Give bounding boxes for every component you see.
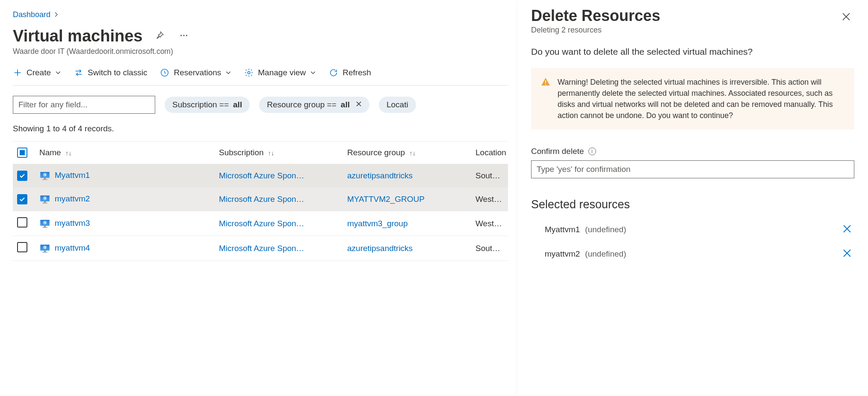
panel-close-button[interactable] — [838, 9, 854, 26]
tenant-subtitle: Waarde door IT (Waardedoorit.onmicrosoft… — [13, 47, 508, 56]
location-cell: West Europ — [471, 188, 508, 211]
info-icon[interactable]: i — [588, 148, 596, 155]
svg-point-1 — [183, 35, 185, 36]
col-location[interactable]: Location↑ — [471, 142, 508, 164]
breadcrumb-dashboard[interactable]: Dashboard — [13, 10, 50, 19]
pill-value: all — [233, 100, 242, 109]
confirm-input[interactable] — [531, 160, 854, 178]
command-bar: Create Switch to classic Reservations — [13, 65, 508, 86]
resource-group-link[interactable]: azuretipsandtricks — [347, 171, 413, 180]
filter-pill-location[interactable]: Locati — [379, 97, 416, 113]
reservations-label: Reservations — [174, 68, 221, 77]
reservations-button[interactable]: Reservations — [160, 68, 231, 77]
vm-icon — [39, 194, 55, 203]
close-icon — [841, 12, 851, 21]
chevron-down-icon — [310, 70, 316, 76]
warning-icon — [540, 77, 551, 121]
selected-resource-name: myattvm2 — [545, 249, 580, 259]
vm-icon — [39, 171, 55, 180]
resource-group-link[interactable]: MYATTVM2_GROUP — [347, 195, 425, 204]
vm-icon — [39, 243, 55, 252]
row-checkbox[interactable] — [17, 217, 27, 228]
col-resource-group[interactable]: Resource group↑↓ — [343, 142, 471, 164]
remove-selected-button[interactable] — [841, 247, 853, 261]
col-loc-label: Location — [475, 148, 506, 157]
pill-label: Locati — [387, 100, 408, 109]
subscription-link[interactable]: Microsoft Azure Spon… — [219, 219, 304, 228]
selected-resource-name: Myattvm1 — [545, 225, 580, 234]
subscription-link[interactable]: Microsoft Azure Spon… — [219, 171, 304, 180]
svg-rect-25 — [545, 80, 546, 83]
vm-name-link[interactable]: myattvm3 — [55, 219, 90, 228]
refresh-label: Refresh — [342, 68, 371, 77]
col-name[interactable]: Name↑↓ — [35, 142, 215, 164]
row-checkbox[interactable] — [17, 242, 27, 252]
filter-bar: Subscription == all Resource group == al… — [13, 86, 508, 114]
confirm-label: Confirm delete — [531, 147, 584, 156]
svg-point-0 — [180, 35, 182, 36]
selected-resource-status: (undefined) — [582, 249, 626, 259]
svg-rect-18 — [44, 225, 46, 227]
delete-resources-panel: Delete Resources Deleting 2 resources Do… — [517, 0, 868, 396]
location-cell: West Europ — [471, 211, 508, 236]
resource-group-link[interactable]: myattvm3_group — [347, 219, 408, 228]
manage-view-button[interactable]: Manage view — [244, 68, 316, 77]
table-row[interactable]: myattvm4Microsoft Azure Spon…azuretipsan… — [13, 236, 508, 261]
filter-pill-subscription[interactable]: Subscription == all — [165, 97, 250, 113]
table-row[interactable]: myattvm2Microsoft Azure Spon…MYATTVM2_GR… — [13, 188, 508, 211]
svg-rect-26 — [545, 84, 546, 85]
chevron-down-icon — [55, 70, 61, 76]
svg-rect-13 — [44, 201, 46, 203]
panel-title: Delete Resources — [531, 7, 660, 25]
close-icon[interactable] — [354, 100, 362, 109]
vm-name-link[interactable]: Myattvm1 — [55, 171, 90, 180]
gear-icon — [244, 68, 254, 77]
col-subscription[interactable]: Subscription↑↓ — [215, 142, 343, 164]
sort-icon: ↑↓ — [407, 149, 416, 157]
pin-button[interactable] — [152, 28, 167, 43]
svg-rect-24 — [42, 252, 47, 253]
resource-group-link[interactable]: azuretipsandtricks — [347, 244, 413, 253]
selected-resource-item: myattvm2 (undefined) — [531, 242, 854, 266]
row-checkbox[interactable] — [17, 171, 27, 181]
warning-box: Warning! Deleting the selected virtual m… — [531, 68, 854, 130]
svg-rect-8 — [44, 178, 46, 179]
pill-label: Resource group == — [267, 100, 337, 109]
row-checkbox[interactable] — [17, 194, 27, 204]
remove-selected-button[interactable] — [841, 222, 853, 236]
filter-input[interactable] — [13, 96, 155, 114]
selected-resource-status: (undefined) — [582, 225, 626, 234]
swap-icon — [74, 68, 83, 77]
location-cell: South Cent — [471, 236, 508, 261]
breadcrumb: Dashboard — [13, 10, 508, 19]
svg-point-2 — [186, 35, 187, 36]
table-row[interactable]: Myattvm1Microsoft Azure Spon…azuretipsan… — [13, 164, 508, 188]
switch-classic-button[interactable]: Switch to classic — [74, 68, 147, 77]
plus-icon — [13, 68, 22, 77]
filter-pill-resource-group[interactable]: Resource group == all — [259, 97, 369, 113]
subscription-link[interactable]: Microsoft Azure Spon… — [219, 244, 304, 253]
vm-table: Name↑↓ Subscription↑↓ Resource group↑↓ L… — [13, 141, 508, 261]
col-sub-label: Subscription — [219, 148, 264, 157]
refresh-button[interactable]: Refresh — [329, 68, 371, 77]
page-title: Virtual machines — [13, 27, 142, 45]
subscription-link[interactable]: Microsoft Azure Spon… — [219, 195, 304, 204]
svg-point-4 — [248, 71, 251, 74]
panel-subtitle: Deleting 2 resources — [531, 26, 660, 35]
switch-label: Switch to classic — [88, 68, 147, 77]
sort-icon: ↑↓ — [266, 149, 275, 157]
vm-name-link[interactable]: myattvm2 — [55, 194, 90, 203]
create-button[interactable]: Create — [13, 68, 61, 77]
pin-icon — [154, 30, 165, 41]
svg-rect-23 — [44, 250, 46, 251]
more-button[interactable] — [177, 28, 191, 43]
select-all-checkbox[interactable] — [17, 148, 27, 158]
records-count: Showing 1 to 4 of 4 records. — [13, 114, 508, 139]
svg-rect-9 — [42, 179, 47, 180]
vm-name-link[interactable]: myattvm4 — [55, 243, 90, 252]
table-row[interactable]: myattvm3Microsoft Azure Spon…myattvm3_gr… — [13, 211, 508, 236]
svg-rect-19 — [42, 227, 47, 228]
warning-text: Warning! Deleting the selected virtual m… — [558, 77, 845, 121]
col-name-label: Name — [39, 148, 61, 157]
create-label: Create — [27, 68, 51, 77]
